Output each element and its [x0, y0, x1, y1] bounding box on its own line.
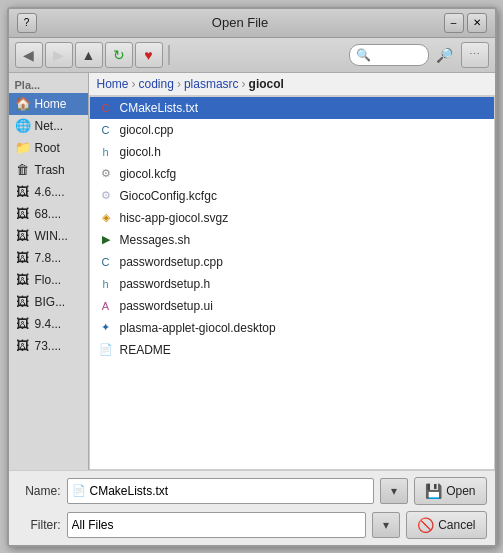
- name-label: Name:: [17, 484, 61, 498]
- sidebar-item-73[interactable]: 🖼 73....: [9, 335, 88, 357]
- file-area: Home › coding › plasmasrc › giocol C CMa…: [89, 73, 495, 470]
- minimize-button[interactable]: –: [444, 13, 464, 33]
- toolbar-search[interactable]: 🔍: [349, 44, 429, 66]
- cancel-icon: 🚫: [417, 517, 434, 533]
- zoom-icon[interactable]: 🔎: [431, 42, 459, 68]
- open-file-dialog: ? Open File – ✕ ◀ ▶ ▲ ↻ ♥ 🔍 🔎 ⋯ Pla... 🏠…: [7, 7, 497, 547]
- file-name: CMakeLists.txt: [120, 101, 199, 115]
- sidebar-label-94: 9.4...: [35, 317, 62, 331]
- filter-label: Filter:: [17, 518, 61, 532]
- cancel-button[interactable]: 🚫 Cancel: [406, 511, 486, 539]
- filter-dropdown[interactable]: ▾: [372, 512, 400, 538]
- close-button[interactable]: ✕: [467, 13, 487, 33]
- open-button[interactable]: 💾 Open: [414, 477, 486, 505]
- file-name: giocol.cpp: [120, 123, 174, 137]
- name-dropdown[interactable]: ▾: [380, 478, 408, 504]
- kcfg-icon: ⚙: [98, 166, 114, 182]
- up-button[interactable]: ▲: [75, 42, 103, 68]
- readme-icon: 📄: [98, 342, 114, 358]
- img-94-icon: 🖼: [15, 316, 31, 332]
- network-icon: 🌐: [15, 118, 31, 134]
- sidebar-item-trash[interactable]: 🗑 Trash: [9, 159, 88, 181]
- options-button[interactable]: ⋯: [461, 42, 489, 68]
- sidebar-label-flo: Flo...: [35, 273, 62, 287]
- toolbar-divider: [168, 45, 170, 65]
- file-item-svgz[interactable]: ◈ hisc-app-giocol.svgz: [90, 207, 494, 229]
- sidebar-item-78[interactable]: 🖼 7.8...: [9, 247, 88, 269]
- sidebar-label-68: 68....: [35, 207, 62, 221]
- img-big-icon: 🖼: [15, 294, 31, 310]
- file-item-messages-sh[interactable]: ▶ Messages.sh: [90, 229, 494, 251]
- sidebar-title: Pla...: [9, 75, 88, 93]
- config-icon: ⚙: [98, 188, 114, 204]
- back-button[interactable]: ◀: [15, 42, 43, 68]
- sidebar-item-network[interactable]: 🌐 Net...: [9, 115, 88, 137]
- file-name: giocol.kcfg: [120, 167, 177, 181]
- file-item-readme[interactable]: 📄 README: [90, 339, 494, 361]
- file-item-cmakelist[interactable]: C CMakeLists.txt: [90, 97, 494, 119]
- sidebar-item-home[interactable]: 🏠 Home: [9, 93, 88, 115]
- file-item-passwordsetup-ui[interactable]: A passwordsetup.ui: [90, 295, 494, 317]
- title-bar-controls: ?: [17, 13, 37, 33]
- breadcrumb-current: giocol: [249, 77, 284, 91]
- bookmark-button[interactable]: ♥: [135, 42, 163, 68]
- dialog-title: Open File: [37, 15, 444, 30]
- trash-icon: 🗑: [15, 162, 31, 178]
- sidebar-label-big: BIG...: [35, 295, 66, 309]
- sidebar-item-win[interactable]: 🖼 WIN...: [9, 225, 88, 247]
- file-item-passwordsetup-h[interactable]: h passwordsetup.h: [90, 273, 494, 295]
- refresh-button[interactable]: ↻: [105, 42, 133, 68]
- file-name: passwordsetup.h: [120, 277, 211, 291]
- name-input[interactable]: [90, 484, 370, 498]
- file-item-giocol-h[interactable]: h giocol.h: [90, 141, 494, 163]
- filter-input[interactable]: [72, 518, 362, 532]
- forward-button[interactable]: ▶: [45, 42, 73, 68]
- sidebar-item-68[interactable]: 🖼 68....: [9, 203, 88, 225]
- cpp2-icon: C: [98, 254, 114, 270]
- sidebar-label-trash: Trash: [35, 163, 65, 177]
- sidebar-item-46[interactable]: 🖼 4.6....: [9, 181, 88, 203]
- sidebar-label-73: 73....: [35, 339, 62, 353]
- h2-icon: h: [98, 276, 114, 292]
- title-bar: ? Open File – ✕: [9, 9, 495, 38]
- cmake-icon: C: [98, 100, 114, 116]
- file-item-giococonfig[interactable]: ⚙ GiocoConfig.kcfgc: [90, 185, 494, 207]
- name-input-wrap[interactable]: 📄: [67, 478, 375, 504]
- breadcrumb: Home › coding › plasmasrc › giocol: [89, 73, 495, 96]
- filter-input-wrap[interactable]: [67, 512, 367, 538]
- breadcrumb-coding[interactable]: coding: [139, 77, 174, 91]
- file-name: GiocoConfig.kcfgc: [120, 189, 217, 203]
- sidebar-label-46: 4.6....: [35, 185, 65, 199]
- sidebar-item-big[interactable]: 🖼 BIG...: [9, 291, 88, 313]
- img-win-icon: 🖼: [15, 228, 31, 244]
- breadcrumb-plasmasrc[interactable]: plasmasrc: [184, 77, 239, 91]
- home-icon: 🏠: [15, 96, 31, 112]
- sidebar-label-network: Net...: [35, 119, 64, 133]
- bottom-bar: Name: 📄 ▾ 💾 Open Filter: ▾ 🚫 Cancel: [9, 470, 495, 545]
- sidebar-item-flo[interactable]: 🖼 Flo...: [9, 269, 88, 291]
- breadcrumb-home[interactable]: Home: [97, 77, 129, 91]
- desktop-icon: ✦: [98, 320, 114, 336]
- file-name: Messages.sh: [120, 233, 191, 247]
- img-flo-icon: 🖼: [15, 272, 31, 288]
- file-name: passwordsetup.ui: [120, 299, 213, 313]
- file-name: hisc-app-giocol.svgz: [120, 211, 229, 225]
- file-name: giocol.h: [120, 145, 161, 159]
- file-name: README: [120, 343, 171, 357]
- sh-icon: ▶: [98, 232, 114, 248]
- cancel-label: Cancel: [438, 518, 475, 532]
- file-item-desktop[interactable]: ✦ plasma-applet-giocol.desktop: [90, 317, 494, 339]
- img-46-icon: 🖼: [15, 184, 31, 200]
- file-name: plasma-applet-giocol.desktop: [120, 321, 276, 335]
- file-item-giocol-cpp[interactable]: C giocol.cpp: [90, 119, 494, 141]
- file-item-passwordsetup-cpp[interactable]: C passwordsetup.cpp: [90, 251, 494, 273]
- search-input[interactable]: [371, 48, 421, 62]
- file-item-giocol-kcfg[interactable]: ⚙ giocol.kcfg: [90, 163, 494, 185]
- file-list[interactable]: C CMakeLists.txt C giocol.cpp h giocol.h…: [89, 96, 495, 470]
- sidebar-label-root: Root: [35, 141, 60, 155]
- help-button[interactable]: ?: [17, 13, 37, 33]
- sidebar-item-94[interactable]: 🖼 9.4...: [9, 313, 88, 335]
- file-name: passwordsetup.cpp: [120, 255, 223, 269]
- ui-icon: A: [98, 298, 114, 314]
- sidebar-item-root[interactable]: 📁 Root: [9, 137, 88, 159]
